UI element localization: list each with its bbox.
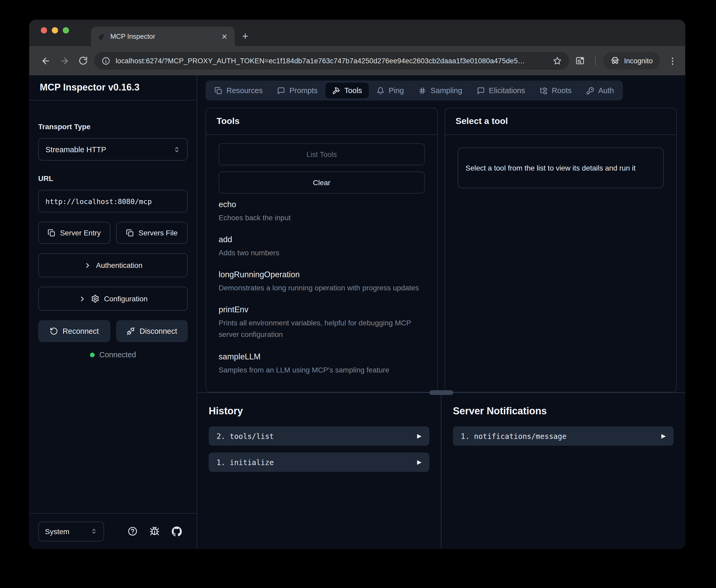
tool-list-item-add[interactable]: add Adds two numbers [219, 235, 425, 258]
notification-item-label: 1. notifications/message [461, 432, 567, 440]
minimize-window-button[interactable] [52, 27, 58, 34]
zoom-window-button[interactable] [63, 27, 69, 34]
sidebar-body: Transport Type Streamable HTTP URL http:… [29, 101, 197, 513]
tab-label: Sampling [430, 86, 462, 95]
unplug-icon [127, 327, 135, 335]
disconnect-label: Disconnect [139, 327, 177, 335]
tab-label: Auth [598, 86, 614, 95]
transport-type-value: Streamable HTTP [45, 145, 106, 153]
server-url-input[interactable]: http://localhost:8080/mcp [38, 190, 188, 212]
tab-sampling[interactable]: Sampling [412, 83, 469, 98]
tab-roots[interactable]: Roots [533, 83, 579, 98]
tab-elicitations[interactable]: Elicitations [470, 83, 532, 98]
tool-list-item-printenv[interactable]: printEnv Prints all environment variable… [219, 305, 425, 340]
tool-description: Samples from an LLM using MCP's sampling… [219, 364, 425, 375]
tab-prompts[interactable]: Prompts [270, 83, 325, 98]
tab-label: Tools [344, 86, 362, 95]
browser-menu-icon[interactable]: ⋮ [668, 56, 677, 66]
tab-resources[interactable]: Resources [208, 83, 269, 98]
tool-name: sampleLLM [219, 352, 425, 361]
tab-ping[interactable]: Ping [370, 83, 411, 98]
tools-panel-title: Tools [206, 108, 437, 135]
theme-select[interactable]: System [38, 521, 104, 541]
connection-status-label: Connected [100, 351, 136, 359]
configuration-label: Configuration [104, 295, 148, 303]
gear-icon [91, 295, 100, 303]
hammer-icon [332, 87, 340, 94]
tab-label: Roots [552, 86, 572, 95]
address-bar[interactable]: localhost:6274/?MCP_PROXY_AUTH_TOKEN=ec1… [94, 52, 569, 69]
tool-list: echo Echoes back the input add Adds two … [219, 200, 425, 375]
tab-tools[interactable]: Tools [326, 83, 369, 98]
tool-list-item-longrunningoperation[interactable]: longRunningOperation Demonstrates a long… [219, 270, 425, 293]
tab-label: Prompts [289, 86, 318, 95]
tool-name: longRunningOperation [219, 270, 425, 279]
tab-label: Elicitations [489, 86, 525, 95]
configuration-toggle[interactable]: Configuration [38, 287, 188, 311]
browser-tab-strip: MCP Inspector ✕ + [29, 20, 685, 46]
browser-toolbar: localhost:6274/?MCP_PROXY_AUTH_TOKEN=ec1… [29, 46, 685, 75]
tool-detail-title: Select a tool [445, 108, 676, 135]
site-info-icon[interactable] [102, 56, 110, 65]
tool-name: printEnv [219, 305, 425, 315]
tools-panel: Tools List Tools Clear echo Echoes back … [205, 108, 438, 392]
rotate-ccw-icon [49, 327, 58, 335]
history-title: History [209, 405, 429, 417]
url-text: localhost:6274/?MCP_PROXY_AUTH_TOKEN=ec1… [115, 57, 548, 65]
history-item-initialize[interactable]: 1. initialize ▶ [209, 453, 429, 472]
sidebar: MCP Inspector v0.16.3 Transport Type Str… [29, 75, 197, 549]
history-item-tools-list[interactable]: 2. tools/list ▶ [209, 426, 429, 446]
feature-tabs-bar: Resources Prompts Tools Ping [197, 75, 685, 101]
authentication-label: Authentication [96, 261, 142, 269]
folder-tree-icon [540, 87, 548, 94]
tool-description: Echoes back the input [219, 212, 425, 223]
screenshot-stage: MCP Inspector ✕ + localhost:6274/?MCP_PR… [0, 0, 716, 588]
resize-grip-handle[interactable] [429, 390, 453, 395]
tool-list-item-echo[interactable]: echo Echoes back the input [219, 200, 425, 223]
chevron-right-icon [79, 295, 86, 302]
hash-icon [418, 87, 426, 94]
transport-type-select[interactable]: Streamable HTTP [38, 138, 188, 161]
message-square-icon [477, 87, 484, 94]
servers-file-label: Servers File [138, 229, 178, 237]
expand-play-icon: ▶ [661, 433, 666, 439]
server-notifications-panel: Server Notifications 1. notifications/me… [441, 393, 685, 549]
tab-auth[interactable]: Auth [580, 83, 621, 98]
clear-tools-button[interactable]: Clear [219, 172, 425, 193]
connection-status: Connected [38, 351, 188, 359]
list-tools-button[interactable]: List Tools [219, 143, 425, 165]
sidebar-header: MCP Inspector v0.16.3 [29, 75, 197, 101]
close-window-button[interactable] [41, 27, 47, 34]
back-icon[interactable] [38, 53, 53, 68]
history-panel: History 2. tools/list ▶ 1. initialize ▶ [197, 393, 441, 549]
reload-icon[interactable] [75, 53, 91, 68]
server-notifications-title: Server Notifications [453, 405, 674, 417]
tool-description: Prints all environment variables, helpfu… [219, 317, 425, 340]
connected-dot-icon [90, 352, 95, 357]
github-icon[interactable] [171, 526, 182, 537]
forward-icon[interactable] [57, 53, 72, 68]
servers-file-button[interactable]: Servers File [116, 222, 188, 244]
search-tabs-panel-icon[interactable] [572, 53, 588, 68]
server-entry-button[interactable]: Server Entry [38, 222, 110, 244]
browser-window: MCP Inspector ✕ + localhost:6274/?MCP_PR… [29, 20, 685, 549]
bell-icon [376, 87, 385, 94]
url-label: URL [38, 174, 188, 183]
browser-tab[interactable]: MCP Inspector ✕ [91, 27, 235, 46]
reconnect-button[interactable]: Reconnect [38, 320, 110, 342]
tool-name: add [219, 235, 425, 244]
authentication-toggle[interactable]: Authentication [38, 253, 188, 277]
bug-icon[interactable] [150, 526, 159, 537]
tool-list-item-samplellm[interactable]: sampleLLM Samples from an LLM using MCP'… [219, 352, 425, 375]
bookmark-star-icon[interactable] [553, 56, 562, 65]
server-url-value: http://localhost:8080/mcp [45, 197, 152, 205]
tool-detail-body: Select a tool from the list to view its … [445, 135, 676, 392]
server-entry-label: Server Entry [60, 229, 101, 237]
main-content: Resources Prompts Tools Ping [197, 75, 685, 549]
close-tab-icon[interactable]: ✕ [219, 31, 230, 41]
new-tab-button[interactable]: + [242, 31, 248, 41]
notification-item-message[interactable]: 1. notifications/message ▶ [453, 426, 674, 446]
help-circle-icon[interactable] [128, 526, 138, 537]
disconnect-button[interactable]: Disconnect [116, 320, 188, 342]
horizontal-resize-divider[interactable] [197, 392, 685, 393]
